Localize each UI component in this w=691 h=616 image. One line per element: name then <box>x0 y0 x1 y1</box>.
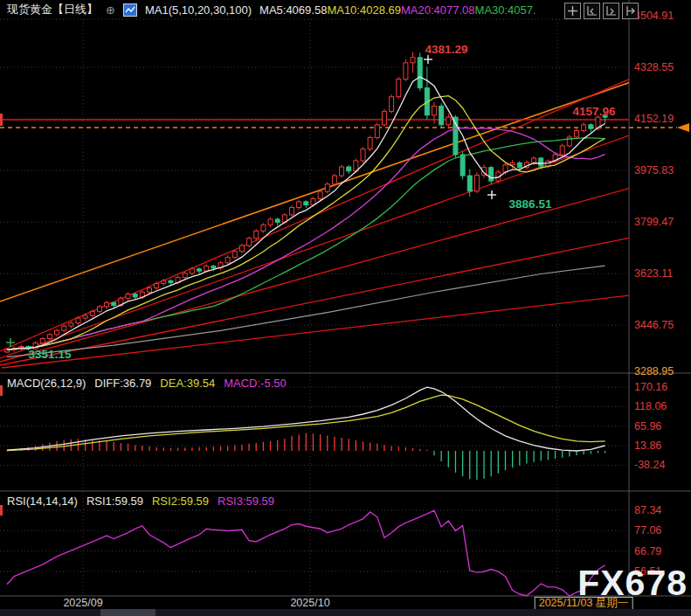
crosshair-icon[interactable] <box>564 3 581 19</box>
price-axis-label: 3446.75 <box>634 319 674 331</box>
macd-readout-value: MACD:-5.50 <box>224 377 287 390</box>
price-axis-label: 3975.83 <box>634 164 674 176</box>
add-indicator-icon[interactable]: ⊕ <box>106 3 115 17</box>
ma-readout-value: MA10:4028.69 <box>327 3 401 17</box>
swing-markers <box>6 55 496 347</box>
clipped-left-label <box>0 385 3 396</box>
gridlines <box>0 19 629 596</box>
macd-readout-value: DEA:39.54 <box>160 377 215 390</box>
macd-readout: MACD(26,12,9)DIFF:36.79DEA:39.54MACD:-5.… <box>7 377 295 390</box>
price-annotation: 3886.51 <box>509 197 552 211</box>
macd-axis-label: 13.86 <box>634 440 661 452</box>
macd-axis-label: -38.24 <box>634 459 665 471</box>
rsi-axis-label: 66.79 <box>634 545 661 557</box>
ma-readout-value: MA30:4057. <box>475 3 536 17</box>
rsi-readout-value: RSI3:59.59 <box>218 495 274 508</box>
ma-readout-value: MA20:4077.08 <box>401 3 475 17</box>
clipped-left-label <box>0 505 3 516</box>
macd-readout-value: MACD(26,12,9) <box>7 377 86 390</box>
rsi-readout-value: RSI(14,14,14) <box>7 495 78 508</box>
price-annotation: 4381.29 <box>425 43 468 56</box>
chart-type-icon[interactable] <box>123 3 137 17</box>
clipped-left-label <box>0 114 3 126</box>
rsi-line <box>7 510 605 596</box>
time-scrollbar[interactable] <box>0 609 691 616</box>
macd-readout-value: DIFF:36.79 <box>94 377 151 390</box>
ma-settings-label: MA1(5,10,20,30,100) <box>145 3 252 17</box>
price-axis-label: 4152.19 <box>634 113 674 125</box>
price-annotation: 4157.96 <box>573 105 616 118</box>
fx678-watermark: FX678 <box>577 563 688 604</box>
trendlines <box>0 52 691 368</box>
date-axis-label: 2025/10 <box>290 597 329 609</box>
instrument-title: 现货黄金【日线】 <box>7 2 98 17</box>
macd-axis-label: 118.06 <box>634 400 667 412</box>
ma-readout-value: MA5:4069.58 <box>259 3 327 17</box>
ma10-line <box>7 96 605 350</box>
macd-axis-label: 170.16 <box>634 381 667 393</box>
ma-readouts: MA5:4069.58MA10:4028.69MA20:4077.08MA30:… <box>259 3 536 17</box>
price-axis-label: 4328.55 <box>634 61 674 73</box>
price-axis-label: 3623.11 <box>634 267 673 280</box>
rsi-panel <box>7 510 605 596</box>
price-axis-label: 3799.47 <box>634 216 674 228</box>
scrollbar-handle[interactable] <box>100 609 155 616</box>
date-axis-label: 2025/09 <box>63 597 102 609</box>
rsi-readout-value: RSI2:59.59 <box>152 495 209 508</box>
chart-toolbar <box>564 3 639 19</box>
trading-chart-app: 4381.294157.963886.513351.154504.914328.… <box>0 0 691 616</box>
price-axis: 4504.914328.554152.193975.833799.473623.… <box>634 10 674 578</box>
rsi-axis-label: 87.34 <box>634 504 661 516</box>
rsi-readout: RSI(14,14,14)RSI1:59.59RSI2:59.59RSI3:59… <box>7 495 283 508</box>
price-annotation: 3351.15 <box>29 348 72 361</box>
pan-right-icon[interactable] <box>622 3 639 19</box>
price-axis-label: 3288.95 <box>634 365 674 377</box>
axis-scale-left-icon[interactable] <box>584 3 600 19</box>
chart-canvas[interactable]: 4381.294157.963886.513351.154504.914328.… <box>0 0 691 616</box>
ma100-line <box>7 266 605 356</box>
last-price-arrow <box>677 123 689 132</box>
axis-scale-right-icon[interactable] <box>603 3 619 19</box>
macd-axis-label: 65.96 <box>634 420 661 433</box>
rsi-axis-label: 77.06 <box>634 524 661 536</box>
macd-panel <box>7 387 605 480</box>
rsi-readout-value: RSI1:59.59 <box>86 495 143 508</box>
